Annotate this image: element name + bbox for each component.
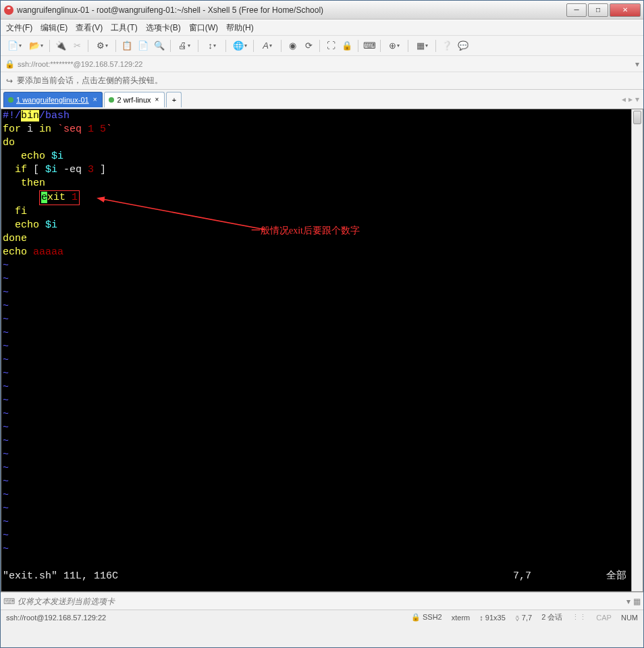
toolbar-sep [380,40,381,52]
compose-dropdown[interactable]: ▾ [626,597,630,606]
copy-button[interactable]: 📋 [120,39,134,53]
tab-2[interactable]: 2 wrf-linux × [104,92,165,107]
status-cap: CAP [596,614,612,622]
tab-label: 2 wrf-linux [117,96,151,104]
status-dot-icon [8,97,14,103]
tab-next-icon[interactable]: ▸ [627,94,634,104]
help-button[interactable]: ❔ [440,39,454,53]
toolbar-sep [253,40,254,52]
toolbar-sep [319,40,320,52]
address-dropdown[interactable]: ▾ [635,59,639,69]
disconnect-button[interactable]: ✂ [70,39,84,53]
annotation-text: 一般情况exit后要跟个数字 [251,224,360,238]
tab-add-button[interactable]: + [166,92,182,107]
minimize-button[interactable]: ─ [566,3,587,17]
menu-tabs[interactable]: 选项卡(B) [146,22,181,34]
new-session-button[interactable]: 📄▾ [5,39,24,53]
paste-button[interactable]: 📄 [136,39,150,53]
find-button[interactable]: 🔍 [153,39,166,53]
compose-bar: ⌨ ▾ ▦ [1,592,643,610]
layout-button[interactable]: ▦▾ [412,39,431,53]
terminal[interactable]: #!/bin/bash for i in `seq 1 5` do echo $… [1,109,643,592]
toolbar-sep [435,40,436,52]
toolbar-sep [170,40,171,52]
status-grip-icon: ⋮⋮ [572,613,587,622]
status-pos: ⎀ 7,7 [515,614,532,622]
status-connection: ssh://root@192.168.57.129:22 [6,614,402,622]
app-icon [3,5,14,16]
tab-list-icon[interactable]: ▾ [634,94,641,104]
exit-highlight: exit 1 [39,190,80,205]
transfer-button[interactable]: ↕▾ [203,39,221,53]
toolbar-sep [358,40,358,52]
add-button[interactable]: ⊕▾ [385,39,404,53]
chat-button[interactable]: 💬 [456,39,470,53]
toolbar-sep [49,40,50,52]
close-button[interactable]: ✕ [610,3,641,17]
fullscreen-button[interactable]: ⛶ [324,39,338,53]
tip-arrow-icon[interactable]: ↪ [6,76,13,86]
svg-point-0 [4,5,14,15]
status-sessions: 2 会话 [541,612,562,622]
window-title: wangruifenglinux-01 - root@wangruifeng-0… [17,5,565,15]
encoding-button[interactable]: 🌐▾ [230,39,249,53]
compose-tile-button[interactable]: ▦ [633,597,641,606]
open-button[interactable]: 📂▾ [26,39,45,53]
tool2-button[interactable]: ⟳ [302,39,315,53]
toolbar: 📄▾ 📂▾ 🔌 ✂ ⚙▾ 📋 📄 🔍 🖨▾ ↕▾ 🌐▾ A▾ ◉ ⟳ ⛶ 🔒 ⌨… [1,36,643,56]
toolbar-sep [281,40,281,52]
status-term: xterm [452,614,471,622]
menu-view[interactable]: 查看(V) [76,22,103,34]
print-button[interactable]: 🖨▾ [175,39,194,53]
keyboard-button[interactable]: ⌨ [363,39,376,53]
compose-input[interactable] [18,597,624,606]
compose-icon: ⌨ [3,597,15,606]
menu-file[interactable]: 文件(F) [6,22,32,34]
toolbar-sep [88,40,88,52]
address-text[interactable]: ssh://root:********@192.168.57.129:22 [18,60,633,68]
tip-text: 要添加当前会话，点击左侧的箭头按钮。 [17,75,163,86]
tab-close-icon[interactable]: × [154,96,161,103]
title-bar: wangruifenglinux-01 - root@wangruifeng-0… [1,1,643,20]
tool1-button[interactable]: ◉ [286,39,299,53]
toolbar-sep [115,40,116,52]
status-bar: ssh://root@192.168.57.129:22 🔒 SSH2 xter… [1,610,643,624]
menu-edit[interactable]: 编辑(E) [41,22,68,34]
menu-window[interactable]: 窗口(W) [189,22,218,34]
tab-label: 1 wangruifenglinux-01 [16,96,89,104]
status-dot-icon [109,97,114,103]
status-ssh: 🔒 SSH2 [411,613,442,622]
tab-bar: 1 wangruifenglinux-01 × 2 wrf-linux × + … [1,90,643,109]
properties-button[interactable]: ⚙▾ [92,39,111,53]
toolbar-sep [225,40,226,52]
tip-bar: ↪ 要添加当前会话，点击左侧的箭头按钮。 [1,72,643,90]
tab-prev-icon[interactable]: ◂ [620,94,627,104]
vim-status-line: "exit.sh" 11L, 116C 7,7 全部 [3,570,641,583]
menu-help[interactable]: 帮助(H) [226,22,254,34]
menu-bar: 文件(F) 编辑(E) 查看(V) 工具(T) 选项卡(B) 窗口(W) 帮助(… [1,20,643,36]
lock-button[interactable]: 🔒 [340,39,354,53]
font-button[interactable]: A▾ [258,39,277,53]
status-size: ↕ 91x35 [479,614,506,622]
reconnect-button[interactable]: 🔌 [54,39,68,53]
toolbar-sep [198,40,198,52]
address-bar: 🔒 ssh://root:********@192.168.57.129:22 … [1,56,643,72]
tab-1[interactable]: 1 wangruifenglinux-01 × [3,92,103,107]
maximize-button[interactable]: □ [588,3,608,17]
menu-tools[interactable]: 工具(T) [111,22,137,34]
status-num: NUM [621,614,638,622]
toolbar-sep [408,40,408,52]
terminal-scrollbar[interactable] [631,109,643,591]
tab-close-icon[interactable]: × [92,96,99,103]
lock-icon: 🔒 [5,59,15,69]
